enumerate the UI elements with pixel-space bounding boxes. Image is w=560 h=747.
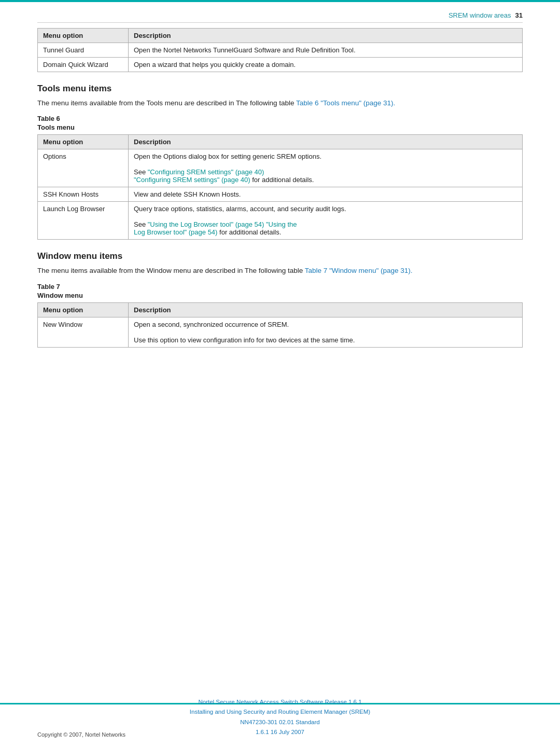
footer-line4: 1.6.1 16 July 2007	[0, 727, 560, 738]
window-col-menu: Menu option	[38, 302, 129, 317]
table-row: Options Open the Options dialog box for …	[38, 149, 523, 187]
footer-links: Nortel Secure Network Access Switch Soft…	[0, 697, 560, 738]
window-intro-text: The menu items available from the Window…	[37, 267, 303, 274]
tools-table-label: Table 6	[37, 115, 523, 122]
intro-row2-menu: Domain Quick Wizard	[38, 58, 129, 72]
intro-col-menu: Menu option	[38, 29, 129, 43]
window-row1-desc: Open a second, synchronized occurrence o…	[129, 317, 523, 347]
table-row: Tunnel Guard Open the Nortel Networks Tu…	[38, 43, 523, 58]
tools-row2-menu: SSH Known Hosts	[38, 187, 129, 202]
window-col-desc: Description	[129, 302, 523, 317]
page: SREM window areas 31 Menu option Descrip…	[0, 0, 560, 747]
tools-col-menu: Menu option	[38, 135, 129, 149]
header-pagenum: 31	[515, 11, 523, 19]
footer-line2: Installing and Using Security and Routin…	[0, 707, 560, 717]
table-row: Launch Log Browser Query trace options, …	[38, 202, 523, 240]
tools-row1-desc: Open the Options dialog box for setting …	[129, 149, 523, 187]
tools-row3-desc: Query trace options, statistics, alarms,…	[129, 202, 523, 240]
window-table-label: Table 7	[37, 283, 523, 290]
intro-row2-desc: Open a wizard that helps you quickly cre…	[129, 58, 523, 72]
tools-col-desc: Description	[129, 135, 523, 149]
configuring-srem-link2[interactable]: "Configuring SREM settings" (page 40)	[134, 176, 250, 184]
footer-line3: NN47230-301 02.01 Standard	[0, 717, 560, 728]
footer-content: Nortel Secure Network Access Switch Soft…	[0, 697, 560, 738]
tools-row2-desc: View and delete SSH Known Hosts.	[129, 187, 523, 202]
window-table: Menu option Description New Window Open …	[37, 302, 523, 348]
intro-row1-menu: Tunnel Guard	[38, 43, 129, 58]
tools-intro-text: The menu items available from the Tools …	[37, 99, 295, 107]
log-browser-link2[interactable]: Log Browser tool" (page 54)	[134, 228, 217, 236]
tools-table-sublabel: Tools menu	[37, 123, 523, 131]
content-area: SREM window areas 31 Menu option Descrip…	[0, 2, 560, 348]
intro-col-desc: Description	[129, 29, 523, 43]
tools-table: Menu option Description Options Open the…	[37, 134, 523, 240]
tools-section-heading: Tools menu items	[37, 84, 523, 94]
window-table-sublabel: Window menu	[37, 292, 523, 299]
table-row: Domain Quick Wizard Open a wizard that h…	[38, 58, 523, 72]
tools-section-intro: The menu items available from the Tools …	[37, 98, 523, 108]
window-section-heading: Window menu items	[37, 251, 523, 261]
header-title: SREM window areas	[449, 11, 511, 19]
window-section-intro: The menu items available from the Window…	[37, 266, 523, 276]
footer-line1: Nortel Secure Network Access Switch Soft…	[0, 697, 560, 708]
configuring-srem-link1[interactable]: "Configuring SREM settings" (page 40)	[148, 168, 264, 176]
table-row: New Window Open a second, synchronized o…	[38, 317, 523, 347]
window-row1-menu: New Window	[38, 317, 129, 347]
header-line: SREM window areas 31	[37, 11, 523, 23]
log-browser-link1[interactable]: "Using the Log Browser tool" (page 54) "…	[148, 220, 297, 228]
tools-row1-menu: Options	[38, 149, 129, 187]
intro-row1-desc: Open the Nortel Networks TunnelGuard Sof…	[129, 43, 523, 58]
tools-intro-link[interactable]: Table 6 "Tools menu" (page 31).	[296, 99, 395, 107]
tools-row3-menu: Launch Log Browser	[38, 202, 129, 240]
window-intro-link[interactable]: Table 7 "Window menu" (page 31).	[305, 267, 413, 274]
intro-table: Menu option Description Tunnel Guard Ope…	[37, 28, 523, 72]
table-row: SSH Known Hosts View and delete SSH Know…	[38, 187, 523, 202]
